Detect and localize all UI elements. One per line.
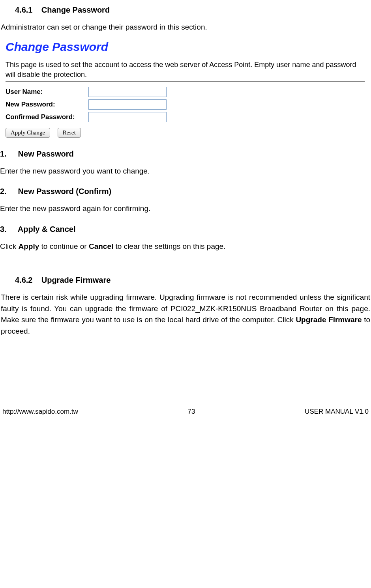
panel-title: Change Password bbox=[6, 40, 365, 54]
item-3-number: 3. bbox=[0, 225, 16, 234]
section-number: 4.6.1 bbox=[15, 6, 32, 14]
row-new-password: New Password: bbox=[6, 99, 365, 110]
section-title: Change Password bbox=[41, 6, 110, 14]
section-heading-461: 4.6.1 Change Password bbox=[15, 6, 371, 15]
label-new-password: New Password: bbox=[6, 101, 88, 108]
footer-doc-title: USER MANUAL V1.0 bbox=[305, 408, 369, 416]
item-3-heading: 3. Apply & Cancel bbox=[0, 225, 371, 234]
confirm-password-input[interactable] bbox=[88, 112, 167, 122]
item-1-heading: 1. New Password bbox=[0, 149, 371, 159]
item-3-bold2: Cancel bbox=[89, 242, 113, 250]
item-3-bold1: Apply bbox=[18, 242, 39, 250]
item-2-text: Enter the new password again for confirm… bbox=[0, 203, 371, 215]
section-heading-462: 4.6.2 Upgrade Firmware bbox=[15, 276, 371, 285]
section-title-2: Upgrade Firmware bbox=[41, 276, 111, 284]
change-password-panel: Change Password This page is used to set… bbox=[6, 40, 365, 138]
reset-button[interactable]: Reset bbox=[58, 128, 81, 138]
item-3-title: Apply & Cancel bbox=[18, 225, 76, 233]
row-confirm-password: Confirmed Password: bbox=[6, 112, 365, 122]
divider bbox=[6, 81, 365, 82]
item-1-number: 1. bbox=[0, 149, 16, 159]
item-2-heading: 2. New Password (Confirm) bbox=[0, 187, 371, 196]
button-row: Apply Change Reset bbox=[6, 128, 365, 138]
section2-bold: Upgrade Firmware bbox=[296, 315, 362, 324]
item-1-text: Enter the new password you want to chang… bbox=[0, 166, 371, 177]
footer-url: http://www.sapido.com.tw bbox=[2, 408, 78, 416]
section2-paragraph: There is certain risk while upgrading fi… bbox=[0, 292, 371, 337]
section-intro: Administrator can set or change their pa… bbox=[0, 22, 371, 33]
item-3-pre: Click bbox=[0, 242, 18, 250]
footer-page-number: 73 bbox=[188, 408, 195, 416]
page-footer: http://www.sapido.com.tw 73 USER MANUAL … bbox=[0, 408, 371, 416]
username-input[interactable] bbox=[88, 87, 167, 97]
apply-change-button[interactable]: Apply Change bbox=[6, 128, 50, 138]
item-1-title: New Password bbox=[18, 149, 74, 158]
new-password-input[interactable] bbox=[88, 99, 167, 110]
panel-description: This page is used to set the account to … bbox=[6, 60, 365, 80]
item-3-post: to clear the settings on this page. bbox=[113, 242, 225, 250]
item-2-number: 2. bbox=[0, 187, 16, 196]
label-confirm-password: Confirmed Password: bbox=[6, 113, 88, 121]
item-3-mid: to continue or bbox=[39, 242, 89, 250]
label-username: User Name: bbox=[6, 88, 88, 96]
item-2-title: New Password (Confirm) bbox=[18, 187, 112, 196]
row-username: User Name: bbox=[6, 87, 365, 97]
item-3-text: Click Apply to continue or Cancel to cle… bbox=[0, 241, 371, 252]
section-number-2: 4.6.2 bbox=[15, 276, 32, 284]
